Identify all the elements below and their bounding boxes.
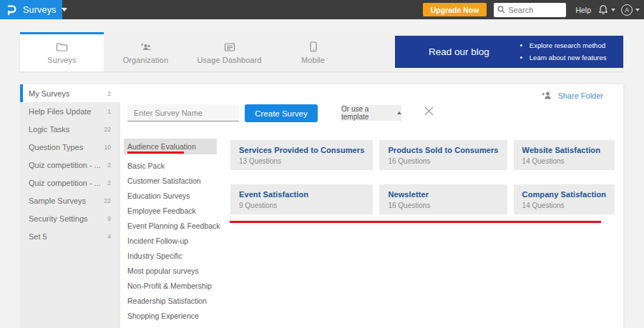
sidebar-item-quiz-competition-2[interactable]: Quiz competition - ... 2 [20, 174, 120, 192]
template-card-questions: 9 Questions [239, 202, 364, 209]
template-card-questions: 16 Questions [388, 157, 498, 165]
sidebar-item-label: Sample Surveys [29, 197, 86, 205]
category-label: Event Planning & Feedback [127, 222, 220, 230]
category-basic-pack[interactable]: Basic Pack [124, 158, 219, 173]
category-employee-feedback[interactable]: Employee Feedback [124, 203, 219, 218]
sidebar-item-count: 2 [107, 90, 111, 97]
sidebar-item-count: 2 [107, 179, 111, 187]
template-dropdown-label: Or use a template [341, 105, 392, 121]
mobile-icon [310, 41, 317, 52]
blog-banner-title: Read our blog [429, 46, 489, 57]
avatar: A [621, 4, 633, 16]
header: Surveys Organization Usage Dashboard [20, 32, 623, 71]
category-education-surveys[interactable]: Education Surveys [124, 188, 219, 203]
template-card-questions: 14 Questions [522, 202, 607, 209]
template-card-services-provided[interactable]: Services Provided to Consumers 13 Questi… [230, 140, 373, 170]
app-menu-label: Surveys [23, 5, 57, 15]
search-box[interactable] [494, 3, 566, 17]
category-event-planning-feedback[interactable]: Event Planning & Feedback [124, 218, 219, 233]
sidebar-item-help-files-update[interactable]: Help Files Update 1 [20, 102, 120, 120]
share-folder-label: Share Folder [557, 91, 603, 100]
template-card-title: Products Sold to Consumers [388, 146, 498, 154]
category-label: Customer Satisfaction [127, 177, 201, 185]
blog-banner[interactable]: Read our blog Explore research method Le… [395, 36, 623, 68]
template-card-products-sold[interactable]: Products Sold to Consumers 16 Questions [379, 140, 507, 170]
category-label: Industry Specific [127, 252, 182, 260]
chevron-down-icon [635, 9, 640, 11]
share-folder-link[interactable]: Share Folder [541, 91, 603, 100]
dashboard-icon [224, 42, 235, 52]
sidebar-item-label: Set 5 [29, 232, 47, 241]
category-customer-satisfaction[interactable]: Customer Satisfaction [124, 173, 219, 188]
sidebar-item-my-surveys[interactable]: My Surveys 2 [20, 84, 120, 102]
search-icon [497, 6, 505, 14]
account-menu[interactable]: A [621, 4, 640, 16]
tab-label: Organization [123, 56, 169, 64]
category-non-profit-membership[interactable]: Non-Profit & Membership [124, 278, 219, 293]
category-testing-new-products[interactable]: Testing New Products & Services [124, 323, 219, 328]
sidebar-item-set-5[interactable]: Set 5 4 [20, 227, 120, 245]
category-incident-follow-up[interactable]: Incident Follow-up [124, 233, 219, 248]
template-card-newsletter[interactable]: Newsletter 16 Questions [379, 184, 507, 214]
template-card-title: Newsletter [388, 190, 498, 199]
template-card-event-satisfaction[interactable]: Event Satisfaction 9 Questions [230, 184, 373, 214]
template-card-company-satisfaction[interactable]: Company Satisfaction 14 Questions [514, 184, 615, 214]
add-person-icon [541, 91, 552, 100]
close-template-panel-button[interactable] [424, 106, 435, 117]
sidebar-item-count: 4 [107, 233, 111, 240]
tab-usage-dashboard[interactable]: Usage Dashboard [187, 32, 271, 71]
template-card-questions: 14 Questions [522, 157, 607, 165]
tab-organization[interactable]: Organization [104, 32, 187, 71]
upgrade-now-button[interactable]: Upgrade Now [423, 3, 487, 16]
topbar-actions: Upgrade Now Help A [423, 0, 640, 19]
notifications-button[interactable] [598, 4, 615, 15]
sidebar-item-count: 1 [107, 108, 111, 115]
bell-icon [598, 4, 608, 15]
sidebar-item-security-settings[interactable]: Security Settings 9 [20, 209, 120, 227]
red-underline-annotation [127, 151, 184, 154]
tab-label: Surveys [47, 56, 76, 64]
sidebar-item-label: Logic Tasks [29, 125, 69, 134]
tab-surveys[interactable]: Surveys [20, 32, 104, 71]
sidebar-item-logic-tasks[interactable]: Logic Tasks 22 [20, 120, 120, 138]
tab-mobile[interactable]: Mobile [271, 32, 355, 71]
sidebar-item-sample-surveys[interactable]: Sample Surveys 22 [20, 192, 120, 209]
red-line-annotation [230, 221, 601, 223]
sidebar-item-count: 22 [104, 126, 111, 133]
category-label: Audience Evaluation [127, 142, 196, 151]
organization-icon [140, 42, 152, 52]
category-label: Basic Pack [127, 161, 165, 170]
chevron-down-icon [611, 9, 615, 11]
template-card-grid: Services Provided to Consumers 13 Questi… [230, 140, 612, 214]
tab-label: Usage Dashboard [197, 56, 261, 64]
sidebar-item-count: 9 [107, 215, 111, 222]
topbar: Surveys Upgrade Now Help A [0, 0, 644, 19]
category-shopping-experience[interactable]: Shopping Experience [124, 308, 219, 323]
sidebar-item-label: Quiz competition - ... [29, 179, 101, 187]
create-survey-button[interactable]: Create Survey [245, 104, 318, 122]
template-card-title: Website Satisfaction [522, 146, 607, 154]
sidebar-item-question-types[interactable]: Question Types 10 [20, 138, 120, 156]
category-readership-satisfaction[interactable]: Readership Satisfaction [124, 293, 219, 308]
blog-banner-bullets: Explore research method Learn about new … [521, 40, 607, 64]
sidebar-item-label: Security Settings [29, 214, 88, 223]
help-link[interactable]: Help [575, 6, 591, 14]
app-menu[interactable]: Surveys [0, 0, 62, 19]
template-category-list: Audience Evaluation Basic Pack Customer … [124, 139, 219, 328]
template-card-questions: 16 Questions [388, 202, 498, 209]
tab-label: Mobile [301, 56, 325, 64]
sidebar-item-quiz-competition-1[interactable]: Quiz competition - ... 2 [20, 156, 120, 174]
template-card-title: Company Satisfaction [522, 190, 607, 199]
template-dropdown[interactable]: Or use a template [341, 105, 401, 121]
category-industry-specific[interactable]: Industry Specific [124, 248, 219, 263]
category-most-popular-surveys[interactable]: Most popular surveys [124, 263, 219, 278]
template-card-title: Event Satisfaction [239, 190, 364, 199]
sidebar-item-count: 2 [107, 161, 111, 169]
category-label: Most popular surveys [127, 267, 199, 275]
survey-name-input[interactable] [127, 104, 239, 121]
search-input[interactable] [508, 6, 564, 14]
category-label: Readership Satisfaction [127, 297, 207, 305]
main-panel: Share Folder Create Survey Or use a temp… [120, 84, 623, 328]
sidebar-item-label: My Surveys [29, 89, 69, 98]
template-card-website-satisfaction[interactable]: Website Satisfaction 14 Questions [514, 140, 615, 170]
